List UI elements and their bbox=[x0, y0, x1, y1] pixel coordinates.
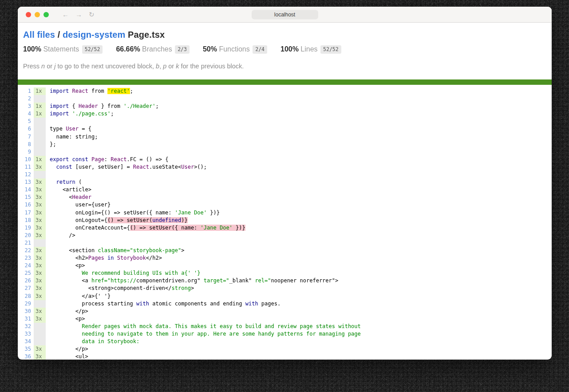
code-token: React bbox=[111, 156, 126, 162]
code-text: <ul> bbox=[46, 353, 88, 360]
code-line: 32 Render pages with mock data. This mak… bbox=[18, 323, 552, 330]
code-line: 29 process starting with atomic componen… bbox=[18, 300, 552, 308]
code-line: 33 needing to navigate to them in your a… bbox=[18, 330, 552, 338]
hit-count: 3x bbox=[34, 224, 46, 232]
code-text: process starting with atomic components … bbox=[46, 300, 281, 308]
code-text: needing to navigate to them in your app.… bbox=[46, 330, 361, 338]
line-number: 27 bbox=[18, 285, 34, 292]
code-text: import React from 'react'; bbox=[46, 87, 133, 95]
zoom-button[interactable] bbox=[43, 12, 49, 17]
code-token: './Header' bbox=[123, 103, 155, 109]
metric-lines: 100% Lines 52/52 bbox=[281, 45, 341, 54]
hit-count: 1x bbox=[34, 156, 46, 163]
hit-count: 3x bbox=[34, 201, 46, 209]
code-text: We recommend building UIs with a{' '} bbox=[46, 269, 201, 277]
code-text: <strong>component-driven</strong> bbox=[46, 285, 194, 292]
close-button[interactable] bbox=[26, 12, 31, 17]
code-token: const bbox=[56, 164, 72, 170]
hit-count: 1x bbox=[34, 103, 46, 110]
code-line: 283x </a>{' '} bbox=[18, 293, 552, 300]
line-number: 32 bbox=[18, 323, 34, 330]
code-token bbox=[50, 323, 82, 329]
code-token: <ul> bbox=[50, 353, 88, 360]
code-token: target=" bbox=[204, 277, 229, 284]
code-line: 31ximport { Header } from './Header'; bbox=[18, 103, 552, 110]
code-text: <h2>Pages in Storybook</h2> bbox=[46, 254, 162, 262]
code-line: 163x user={user} bbox=[18, 201, 552, 209]
code-token: <article> bbox=[50, 186, 91, 193]
code-token: noopener noreferrer"> bbox=[271, 277, 339, 284]
forward-icon[interactable]: → bbox=[75, 11, 82, 18]
code-line: 11ximport React from 'react'; bbox=[18, 87, 552, 95]
code-text: user={user} bbox=[46, 201, 111, 209]
code-line: 363x <ul> bbox=[18, 353, 552, 360]
line-number: 1 bbox=[18, 87, 34, 95]
hit-count bbox=[34, 239, 46, 247]
code-token: </p> bbox=[50, 308, 88, 314]
code-token: needing to navigate to them in your app.… bbox=[82, 331, 361, 337]
code-token: onLogin={() => setUser({ name: bbox=[50, 210, 175, 216]
code-text: </p> bbox=[46, 345, 88, 353]
code-token: <h2> bbox=[50, 255, 88, 261]
code-text: import './page.css'; bbox=[46, 110, 114, 118]
line-number: 16 bbox=[18, 201, 34, 209]
code-line: 223x <section className="storybook-page"… bbox=[18, 247, 552, 254]
code-token bbox=[50, 179, 56, 185]
hit-count: 3x bbox=[34, 353, 46, 360]
code-line: 133x return ( bbox=[18, 178, 552, 186]
code-text: const [user, setUser] = React.useState<U… bbox=[46, 163, 207, 171]
code-token: </a>{' '} bbox=[50, 293, 111, 299]
metric-fraction-badge: 52/52 bbox=[82, 45, 103, 54]
code-text: </a>{' '} bbox=[46, 293, 111, 300]
hit-count: 3x bbox=[34, 262, 46, 269]
code-token: href="https:// bbox=[91, 277, 136, 284]
code-text: <article> bbox=[46, 186, 91, 194]
code-text: <a href="https://componentdriven.org" ta… bbox=[46, 277, 338, 285]
minimize-button[interactable] bbox=[35, 12, 40, 17]
code-text: onLogin={() => setUser({ name: 'Jane Doe… bbox=[46, 209, 220, 217]
coverage-metrics: 100% Statements 52/5266.66% Branches 2/3… bbox=[23, 45, 546, 54]
code-text: import { Header } from './Header'; bbox=[46, 103, 159, 110]
line-number: 3 bbox=[18, 103, 34, 110]
back-icon[interactable]: ← bbox=[62, 11, 69, 18]
breadcrumb-link[interactable]: All files bbox=[23, 30, 55, 40]
hint-text: for the previous block. bbox=[179, 63, 244, 70]
code-token: )} bbox=[181, 217, 187, 223]
line-number: 8 bbox=[18, 141, 34, 148]
code-token: return bbox=[56, 179, 75, 185]
code-line: 183x onLogout={() => setUser(undefined)} bbox=[18, 217, 552, 224]
code-token: <section bbox=[50, 247, 98, 253]
code-text bbox=[46, 148, 50, 156]
code-text: /> bbox=[46, 232, 75, 239]
hit-count bbox=[34, 323, 46, 330]
code-token: User bbox=[66, 126, 79, 132]
code-line: 193x onCreateAccount={() => setUser({ na… bbox=[18, 224, 552, 232]
code-token: .useState< bbox=[149, 164, 181, 170]
line-number: 29 bbox=[18, 300, 34, 308]
code-line: 6type User = { bbox=[18, 125, 552, 133]
code-token: })} bbox=[233, 225, 245, 231]
hit-count: 3x bbox=[34, 254, 46, 262]
hit-count bbox=[34, 95, 46, 103]
code-text: name: string; bbox=[46, 133, 98, 141]
hit-count: 3x bbox=[34, 163, 46, 171]
code-line: 21 bbox=[18, 239, 552, 247]
code-text: <p> bbox=[46, 315, 85, 323]
code-token: Pages bbox=[88, 255, 104, 261]
address-bar[interactable]: localhost bbox=[252, 10, 318, 19]
code-token: './page.css' bbox=[72, 111, 111, 117]
code-line: 2 bbox=[18, 95, 552, 103]
breadcrumb-link[interactable]: design-system bbox=[63, 30, 125, 40]
hit-count bbox=[34, 133, 46, 141]
code-text: }; bbox=[46, 141, 56, 148]
metric-percentage: 50% bbox=[203, 45, 219, 53]
hit-count: 3x bbox=[34, 194, 46, 201]
code-token: with bbox=[136, 301, 149, 307]
code-line: 313x <p> bbox=[18, 315, 552, 323]
reload-icon[interactable]: ↻ bbox=[89, 11, 95, 18]
code-token: <p> bbox=[50, 316, 85, 322]
code-text: </p> bbox=[46, 308, 88, 315]
hit-count bbox=[34, 118, 46, 125]
code-token: >(); bbox=[194, 164, 207, 170]
metric-fraction-badge: 2/3 bbox=[175, 45, 190, 54]
